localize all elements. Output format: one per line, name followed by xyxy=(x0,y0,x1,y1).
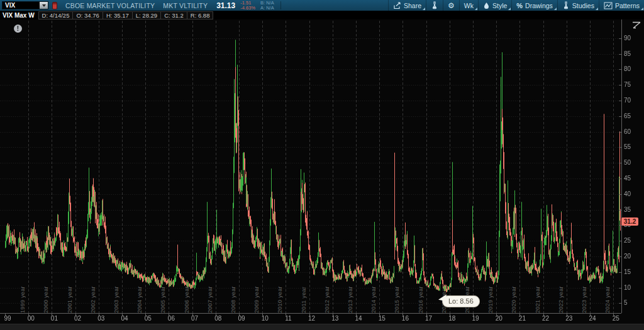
settings-button[interactable]: ⚙ xyxy=(443,0,459,11)
chart-panel: 1999 year2000 year2001 year2002 year2003… xyxy=(0,19,644,330)
drawings-button[interactable]: % Drawings xyxy=(511,0,557,11)
x-axis-label: 25 xyxy=(609,315,623,322)
chart-corner-icon[interactable] xyxy=(631,21,641,32)
y-axis-label: 70 xyxy=(624,97,640,104)
patterns-icon xyxy=(604,2,613,9)
x-axis-label: 15 xyxy=(375,315,389,322)
x-axis-label: 03 xyxy=(94,315,108,322)
dropdown-caret xyxy=(475,8,477,10)
patterns-button[interactable]: Patterns xyxy=(599,0,644,11)
dropdown-caret xyxy=(554,8,557,10)
x-axis-label: 19 xyxy=(469,315,482,322)
symbol-flag-icon[interactable] xyxy=(52,2,57,9)
dropdown-caret xyxy=(596,8,598,10)
toolbar-divider xyxy=(280,1,281,9)
studies-label: Studies xyxy=(572,2,594,9)
dropdown-caret xyxy=(423,8,425,10)
x-axis-label: 00 xyxy=(24,315,38,322)
symbol-value: VIX xyxy=(3,2,40,9)
gear-icon: ⚙ xyxy=(448,2,455,9)
flask-icon xyxy=(562,1,570,9)
share-button[interactable]: Share xyxy=(388,0,426,11)
chevron-down-icon xyxy=(42,4,46,7)
x-axis-label: 10 xyxy=(258,315,272,322)
x-axis-label: 12 xyxy=(305,315,319,322)
info-icon[interactable]: ! xyxy=(14,25,22,33)
y-axis-label: 50 xyxy=(624,159,640,166)
low-tooltip: Lo: 8.56 xyxy=(442,295,480,307)
y-axis-label: 10 xyxy=(624,284,640,291)
timeframe-button[interactable]: Wk xyxy=(459,0,478,11)
share-label: Share xyxy=(404,2,421,9)
x-axis-label: 14 xyxy=(352,315,365,322)
y-axis-label: 85 xyxy=(624,50,640,57)
quick-study-button[interactable] xyxy=(426,0,443,11)
x-axis-label: 08 xyxy=(211,315,225,322)
y-axis-label: 20 xyxy=(624,253,640,260)
change-block: -1.51 -4.63% xyxy=(240,1,255,11)
y-axis-label: 40 xyxy=(624,190,640,197)
y-axis-label: 90 xyxy=(624,35,640,41)
quote-low: L: 28.29 xyxy=(132,11,161,19)
y-axis-label: 15 xyxy=(624,268,640,275)
chart-title: VIX Max W xyxy=(0,12,38,19)
symbol-dropdown-button[interactable] xyxy=(40,2,48,9)
quote-close: C: 31.2 xyxy=(160,11,187,19)
change-percent: -4.63% xyxy=(240,6,255,11)
dropdown-caret xyxy=(641,8,643,10)
quote-bar: VIX Max W D: 4/14/25 O: 34.76 H: 35.17 L… xyxy=(0,11,644,19)
exchange-label: MKT VLTILITY xyxy=(163,2,208,9)
x-axis-label: 09 xyxy=(235,315,248,322)
x-axis-label: 99 xyxy=(1,315,14,322)
studies-button[interactable]: Studies xyxy=(557,0,599,11)
y-axis-label: 80 xyxy=(624,65,640,72)
x-axis-label: 06 xyxy=(164,315,178,322)
patterns-label: Patterns xyxy=(615,2,640,9)
percent-icon: % xyxy=(516,2,523,9)
x-axis-label: 07 xyxy=(188,315,202,322)
flask-icon xyxy=(431,1,438,9)
drawings-label: Drawings xyxy=(525,2,553,9)
x-axis-label: 18 xyxy=(445,315,459,322)
last-price-badge: 31.2 xyxy=(621,217,638,226)
dropdown-caret xyxy=(508,8,511,10)
x-axis-label: 04 xyxy=(118,315,131,322)
share-icon xyxy=(393,2,401,9)
x-axis-label: 01 xyxy=(47,315,61,322)
main-toolbar: VIX CBOE MARKET VOLATILITY MKT VLTILITY … xyxy=(0,0,644,11)
bid-ask-block: B: N/A A: N/A xyxy=(260,1,274,11)
quote-range: R: 6.88 xyxy=(187,11,214,19)
last-price: 31.13 xyxy=(216,1,235,10)
bottom-scroll-strip[interactable] xyxy=(0,324,644,330)
x-axis-label: 21 xyxy=(515,315,529,322)
x-axis-label: 05 xyxy=(141,315,155,322)
x-axis-label: 24 xyxy=(586,315,599,322)
x-axis-label: 11 xyxy=(281,315,295,322)
style-button[interactable]: Style xyxy=(478,0,511,11)
style-label: Style xyxy=(492,2,507,9)
y-axis-label: 60 xyxy=(624,128,640,135)
ask-value: A: N/A xyxy=(260,6,274,11)
x-axis-label: 16 xyxy=(398,315,412,322)
price-chart-canvas[interactable] xyxy=(0,19,644,330)
quote-open: O: 34.76 xyxy=(72,11,103,19)
y-axis-label: 65 xyxy=(624,113,640,119)
y-axis-label: 55 xyxy=(624,143,640,150)
symbol-description: CBOE MARKET VOLATILITY xyxy=(65,2,155,9)
quote-high: H: 35.17 xyxy=(103,11,133,19)
x-axis-label: 02 xyxy=(71,315,85,322)
x-axis-label: 17 xyxy=(422,315,436,322)
y-axis-label: 45 xyxy=(624,175,640,182)
style-icon xyxy=(483,2,490,9)
x-axis-label: 23 xyxy=(562,315,576,322)
x-axis-label: 13 xyxy=(328,315,342,322)
symbol-input[interactable]: VIX xyxy=(2,1,48,9)
x-axis-label: 22 xyxy=(539,315,553,322)
quote-date: D: 4/14/25 xyxy=(38,11,74,19)
x-axis-label: 20 xyxy=(492,315,506,322)
y-axis-label: 25 xyxy=(624,237,640,244)
y-axis-label: 35 xyxy=(624,206,640,213)
timeframe-label: Wk xyxy=(464,2,474,9)
y-axis-label: 5 xyxy=(624,299,640,306)
y-axis-label: 75 xyxy=(624,81,640,88)
